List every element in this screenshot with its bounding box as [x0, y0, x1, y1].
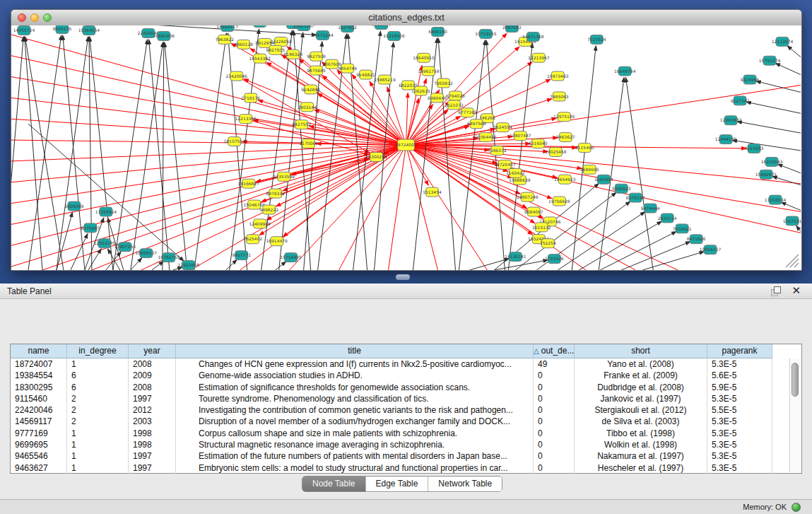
table-cell[interactable]: 1: [67, 358, 129, 370]
table-row[interactable]: 946362711997Embryonic stem cells: a mode…: [11, 462, 801, 474]
network-canvas[interactable]: 1872400718300295796382288601288912954232…: [11, 25, 801, 270]
network-node[interactable]: 9146821: [356, 70, 375, 79]
network-node[interactable]: 12213967: [528, 53, 550, 62]
table-cell[interactable]: 2009: [129, 370, 176, 381]
network-node[interactable]: 16543382: [249, 54, 271, 63]
column-header-short[interactable]: short: [575, 344, 707, 358]
network-node[interactable]: 7632621: [673, 224, 692, 233]
table-row[interactable]: 1938455462009Genome-wide association stu…: [11, 370, 801, 381]
table-cell[interactable]: 18300295: [11, 382, 67, 393]
table-cell[interactable]: Dudbridge et al. (2008): [575, 382, 707, 393]
table-cell[interactable]: 0: [534, 393, 575, 404]
network-node[interactable]: 6794028: [446, 91, 465, 100]
column-header-year[interactable]: year: [129, 344, 176, 358]
tab-network-table[interactable]: Network Table: [428, 477, 502, 491]
network-node[interactable]: 9227342: [731, 96, 750, 105]
network-node[interactable]: 18572244: [312, 30, 334, 40]
table-cell[interactable]: Estimation of the future numbers of pati…: [176, 450, 534, 462]
table-cell[interactable]: 0: [534, 439, 575, 450]
network-node[interactable]: 1527602: [338, 25, 357, 32]
table-cell[interactable]: 9699695: [11, 439, 67, 450]
table-cell[interactable]: 2: [67, 416, 129, 427]
table-cell[interactable]: 0: [534, 404, 575, 416]
table-cell[interactable]: 19384554: [11, 370, 67, 381]
network-node[interactable]: 7625402: [243, 235, 262, 244]
network-node[interactable]: 1167531: [783, 216, 801, 226]
network-node[interactable]: 9457771: [232, 251, 251, 260]
network-node[interactable]: 2605059: [65, 201, 84, 211]
table-cell[interactable]: Structural magnetic resonance image aver…: [176, 439, 534, 450]
network-node[interactable]: 19384554: [78, 25, 100, 35]
table-tabs[interactable]: Node TableEdge TableNetwork Table: [302, 476, 502, 492]
table-cell[interactable]: Genome-wide association studies in ADHD.: [176, 370, 534, 381]
table-cell[interactable]: 22420046: [11, 404, 67, 416]
table-cell[interactable]: de Silva et al. (2003): [575, 416, 707, 427]
network-node[interactable]: 8854749: [338, 64, 357, 73]
table-cell[interactable]: 9777169: [11, 428, 67, 439]
table-cell[interactable]: 2003: [129, 416, 176, 427]
network-node[interactable]: 6216040: [529, 139, 548, 148]
network-node[interactable]: 8215953: [745, 144, 764, 153]
table-cell[interactable]: 5.3E-5: [707, 439, 772, 450]
table-cell[interactable]: 0: [534, 370, 575, 381]
scrollbar-thumb[interactable]: [792, 363, 799, 397]
network-node[interactable]: 7955812: [434, 78, 453, 88]
network-node[interactable]: 14569117: [216, 25, 238, 31]
table-cell[interactable]: Stergiakouli et al. (2012): [575, 404, 707, 416]
table-vertical-scrollbar[interactable]: [789, 358, 801, 472]
table-cell[interactable]: 1: [67, 428, 129, 439]
table-cell[interactable]: 1: [67, 439, 129, 450]
table-cell[interactable]: 5.3E-5: [707, 450, 772, 462]
network-node[interactable]: 9699695: [580, 165, 599, 174]
node-attribute-table[interactable]: namein_degreeyeartitle△out_de...shortpag…: [10, 344, 802, 474]
network-node[interactable]: 8878332: [266, 189, 285, 198]
network-node[interactable]: 3624554: [493, 123, 512, 132]
table-cell[interactable]: Yano et al. (2008): [575, 358, 707, 370]
window-titlebar[interactable]: citations_edges.txt: [11, 10, 801, 26]
table-cell[interactable]: 2: [67, 393, 129, 404]
network-node[interactable]: 18640910: [413, 53, 435, 62]
table-cell[interactable]: 1997: [129, 462, 176, 474]
table-cell[interactable]: Nakamura et al. (1997): [575, 450, 707, 462]
network-node[interactable]: 10654117: [700, 245, 722, 255]
network-node[interactable]: 1615132: [532, 223, 551, 232]
tab-node-table[interactable]: Node Table: [302, 477, 366, 491]
column-header-name[interactable]: name: [11, 344, 67, 358]
network-node[interactable]: 6497568: [467, 119, 486, 129]
table-row[interactable]: 1872400712008Changes of HCN gene express…: [11, 358, 801, 370]
network-node[interactable]: 2803144: [298, 103, 317, 112]
network-node[interactable]: 1621072: [445, 100, 464, 110]
table-cell[interactable]: 6: [67, 370, 129, 381]
table-cell[interactable]: 2008: [129, 358, 176, 370]
network-node[interactable]: 2887682: [502, 25, 522, 32]
table-cell[interactable]: 2012: [129, 404, 176, 416]
table-cell[interactable]: 9463627: [11, 462, 67, 474]
table-cell[interactable]: Embryonic stem cells: a model to study s…: [176, 462, 534, 474]
network-node[interactable]: 15885219: [374, 75, 396, 84]
network-node[interactable]: 9329966: [741, 75, 760, 84]
table-cell[interactable]: 5.5E-5: [707, 404, 772, 416]
table-cell[interactable]: 0: [534, 428, 575, 439]
network-node[interactable]: 9115460: [575, 144, 594, 153]
network-node[interactable]: 16914479: [266, 237, 288, 246]
network-node[interactable]: 9684067: [524, 207, 543, 216]
network-node[interactable]: 1362615: [411, 86, 430, 95]
table-row[interactable]: 946554611997Estimation of the future num…: [11, 450, 801, 462]
table-row[interactable]: 2242004622012Investigating the contribut…: [11, 404, 801, 416]
network-node[interactable]: 14136141: [505, 252, 526, 262]
network-node[interactable]: 18107554: [223, 137, 245, 146]
network-node[interactable]: 16648784: [614, 66, 636, 76]
network-node[interactable]: 18807249: [517, 192, 539, 201]
network-node[interactable]: 9375887: [81, 223, 100, 233]
network-node[interactable]: 10653287: [293, 25, 314, 30]
table-cell[interactable]: 6: [67, 382, 129, 393]
panel-divider-handle[interactable]: [396, 274, 410, 280]
network-node[interactable]: 12113074: [772, 37, 794, 46]
column-header-pagerank[interactable]: pagerank: [707, 344, 772, 358]
table-cell[interactable]: Investigating the contribution of common…: [176, 404, 534, 416]
table-cell[interactable]: Estimation of significance thresholds fo…: [176, 382, 534, 393]
table-row[interactable]: 969969511998Structural magnetic resonanc…: [11, 439, 801, 450]
resize-grip-icon[interactable]: [782, 252, 800, 269]
table-cell[interactable]: Corpus callosum shape and size in male p…: [176, 428, 534, 439]
network-view-window[interactable]: citations_edges.txt 18724007183002957963…: [11, 9, 802, 271]
